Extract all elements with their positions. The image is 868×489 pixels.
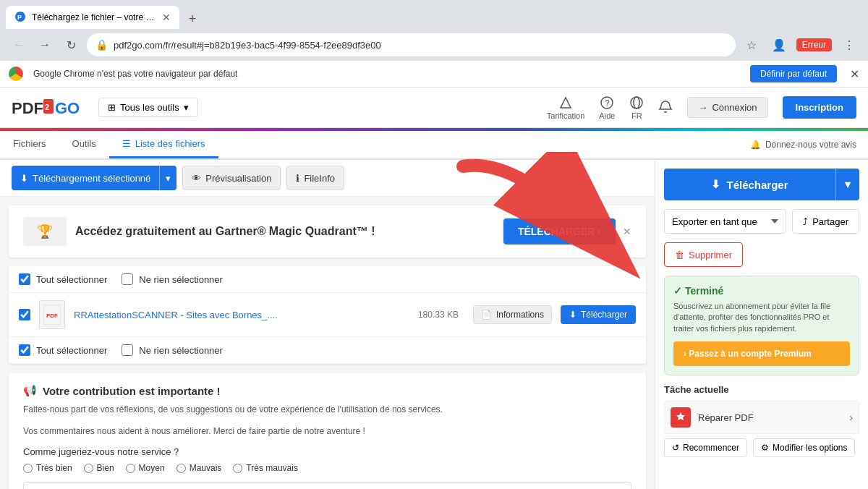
login-button[interactable]: → Connexion: [687, 97, 767, 118]
file-checkbox[interactable]: [19, 309, 30, 320]
rating-radio-3[interactable]: [126, 464, 135, 473]
svg-text:PDF: PDF: [46, 312, 58, 319]
all-tools-label: Tous les outils: [120, 102, 179, 113]
tab-liste-label: Liste des fichiers: [135, 138, 205, 149]
premium-button[interactable]: › Passez à un compte Premium: [673, 341, 850, 366]
rating-group: Très bien Bien Moyen Mauvais: [23, 463, 631, 473]
info-icon: ℹ: [296, 173, 299, 184]
rating-mauvais[interactable]: Mauvais: [176, 463, 222, 473]
tab-fichiers[interactable]: Fichiers: [0, 131, 59, 158]
rating-radio-4[interactable]: [176, 464, 186, 473]
file-icon: PDF: [39, 300, 65, 329]
ad-logo: 🏆: [23, 217, 67, 246]
share-button[interactable]: ⤴ Partager: [792, 209, 859, 234]
deselect-all-checkbox[interactable]: [122, 273, 133, 285]
info-btn-icon: 📄: [481, 310, 492, 320]
app-header: PDF 2 GO ⊞ Tous les outils ▾ Tarificatio…: [0, 88, 868, 128]
share-icon: ⤴: [803, 216, 808, 227]
file-row: PDF RRAttestationSCANNER - Sites avec Bo…: [9, 293, 646, 337]
download-selected-dropdown[interactable]: ▾: [159, 166, 176, 190]
toolbar-right: 🔔 Donnez-nous votre avis: [750, 140, 868, 150]
tab-outils[interactable]: Outils: [59, 131, 109, 158]
error-button[interactable]: Erreur: [796, 38, 832, 51]
profile-icon[interactable]: 👤: [769, 35, 789, 55]
restart-label: Recommencer: [683, 443, 739, 453]
delete-button[interactable]: 🗑 Supprimer: [664, 242, 743, 267]
modify-button[interactable]: ⚙ Modifier les options: [753, 438, 855, 457]
task-actions: ↺ Recommencer ⚙ Modifier les options: [664, 438, 859, 457]
fileinfo-button[interactable]: ℹ FileInfo: [286, 166, 344, 190]
reload-button[interactable]: ↻: [61, 35, 81, 55]
address-bar[interactable]: 🔒 pdf2go.com/fr/result#j=b82b19e3-bac5-4…: [87, 33, 736, 56]
svg-text:GO: GO: [55, 99, 80, 117]
select-all-label[interactable]: Tout sélectionner: [19, 273, 107, 285]
rating-radio-1[interactable]: [23, 464, 33, 473]
delete-label: Supprimer: [689, 250, 732, 260]
success-box: ✓ Terminé Souscrivez un abonnement pour …: [664, 276, 859, 375]
nav-item-aide[interactable]: ? Aide: [599, 95, 615, 120]
file-name[interactable]: RRAttestationSCANNER - Sites avec Bornes…: [74, 310, 409, 320]
set-default-button[interactable]: Définir par défaut: [750, 65, 837, 82]
nav-item-bell[interactable]: [658, 100, 673, 116]
nav-item-lang[interactable]: FR: [629, 95, 644, 120]
logo[interactable]: PDF 2 GO: [12, 96, 84, 119]
sidebar-download-dropdown[interactable]: ▾: [835, 169, 859, 200]
tab-close-icon[interactable]: ✕: [162, 12, 171, 23]
deselect-all-label[interactable]: Ne rien sélectionner: [122, 273, 223, 285]
eye-icon: 👁: [192, 173, 201, 184]
sidebar-download-icon: ⬇: [711, 178, 720, 191]
bookmark-icon[interactable]: ☆: [741, 35, 762, 55]
rating-radio-5[interactable]: [233, 464, 242, 473]
rating-bien[interactable]: Bien: [84, 463, 114, 473]
rating-tres-bien[interactable]: Très bien: [23, 463, 72, 473]
task-arrow-icon: ›: [849, 412, 853, 423]
rating-moyen[interactable]: Moyen: [126, 463, 165, 473]
info-btn-label: Informations: [496, 310, 544, 320]
contribution-text2: Vos commentaires nous aident à nous amél…: [23, 425, 631, 438]
tab-title: Téléchargez le fichier – votre c...: [32, 12, 156, 22]
menu-icon[interactable]: ⋮: [839, 35, 859, 55]
deselect-all-bottom-label[interactable]: Ne rien sélectionner: [122, 344, 223, 356]
megaphone-icon: 📢: [23, 384, 37, 397]
download-selected-button[interactable]: ⬇ Téléchargement sélectionné ▾: [12, 166, 176, 190]
select-all-bottom-checkbox[interactable]: [19, 344, 30, 356]
ad-close-icon[interactable]: ✕: [623, 226, 631, 237]
feedback-label[interactable]: Donnez-nous votre avis: [765, 140, 856, 150]
ad-download-button[interactable]: TÉLÉCHARGER ›: [503, 218, 616, 244]
forward-button[interactable]: →: [35, 35, 55, 55]
tab-liste-fichiers[interactable]: ☰ Liste des fichiers: [109, 131, 218, 158]
current-task-title: Tâche actuelle: [664, 384, 859, 395]
preview-button[interactable]: 👁 Prévisualisation: [182, 166, 281, 190]
all-tools-button[interactable]: ⊞ Tous les outils ▾: [98, 98, 198, 117]
rating-tres-mauvais[interactable]: Très mauvais: [233, 463, 298, 473]
info-button[interactable]: 📄 Informations: [473, 305, 552, 324]
nav-item-tarification[interactable]: Tarification: [547, 95, 585, 120]
back-button[interactable]: ←: [9, 35, 29, 55]
export-row: Exporter en tant que ⤴ Partager: [664, 209, 859, 234]
content-area: ⬇ Téléchargement sélectionné ▾ 👁 Prévisu…: [0, 160, 655, 489]
task-name: Réparer PDF: [698, 412, 842, 423]
chrome-logo: [9, 67, 23, 81]
file-download-icon: ⬇: [569, 310, 576, 320]
chevron-down-icon: ▾: [184, 102, 189, 113]
svg-text:P: P: [17, 14, 22, 21]
feedback-textarea-placeholder[interactable]: Quelque chose à nous dire (facultatif): [23, 482, 631, 489]
ad-banner: 🏆 Accédez gratuitement au Gartner® Magic…: [9, 205, 646, 258]
select-all-checkbox[interactable]: [19, 273, 30, 285]
restart-button[interactable]: ↺ Recommencer: [664, 438, 747, 457]
task-item: Réparer PDF ›: [664, 401, 859, 434]
restart-icon: ↺: [672, 443, 679, 453]
new-tab-button[interactable]: +: [182, 9, 203, 29]
signup-button[interactable]: Inscription: [783, 96, 856, 119]
file-download-button[interactable]: ⬇ Télécharger: [561, 305, 636, 324]
list-icon: ☰: [122, 138, 131, 149]
export-select[interactable]: Exporter en tant que: [664, 209, 786, 234]
info-bar-close-icon[interactable]: ✕: [850, 67, 859, 81]
rating-radio-2[interactable]: [84, 464, 93, 473]
deselect-all-bottom-checkbox[interactable]: [122, 344, 133, 356]
select-all-bottom-label[interactable]: Tout sélectionner: [19, 344, 107, 356]
modify-label: Modifier les options: [773, 443, 847, 453]
browser-tab[interactable]: P Téléchargez le fichier – votre c... ✕: [6, 6, 179, 29]
svg-text:2: 2: [45, 103, 49, 111]
sidebar-download-button[interactable]: ⬇ Télécharger ▾: [664, 169, 859, 200]
